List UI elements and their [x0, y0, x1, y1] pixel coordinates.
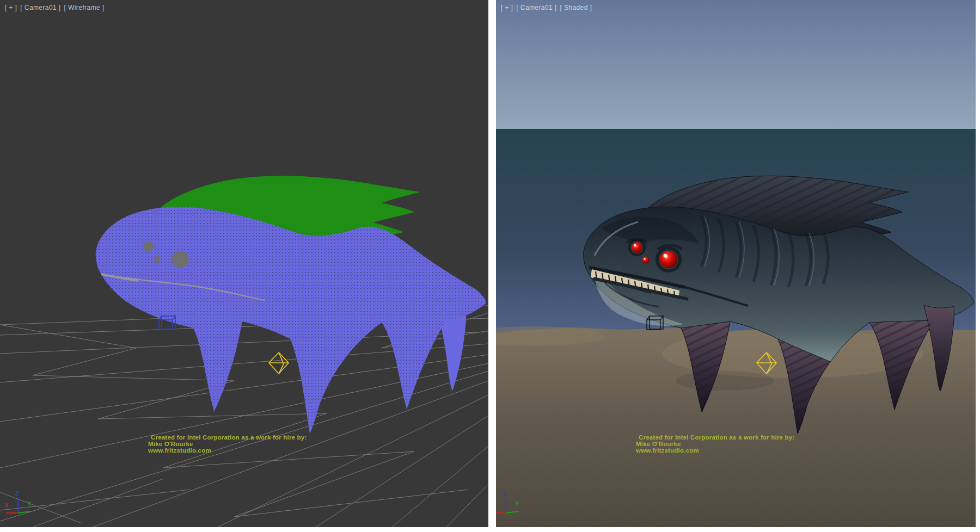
credit-text: Created for Intel Corporation as a work … [148, 434, 307, 454]
svg-text:Mike O'Rourke: Mike O'Rourke [148, 441, 193, 447]
shaded-scene-svg: Created for Intel Corporation as a work … [496, 0, 976, 527]
viewport-camera-button[interactable]: [ Camera01 ] [516, 4, 556, 11]
viewport-menu-button[interactable]: [ + ] [5, 4, 17, 11]
viewport-divider[interactable] [488, 0, 496, 527]
viewport-left-wireframe[interactable]: Created for Intel Corporation as a work … [0, 0, 488, 527]
viewport-menu-button[interactable]: [ + ] [501, 4, 513, 11]
wireframe-scene-svg: Created for Intel Corporation as a work … [0, 0, 488, 527]
viewport-label-left: [ + ] [ Camera01 ] [ Wireframe ] [5, 4, 104, 11]
viewport-camera-button[interactable]: [ Camera01 ] [20, 4, 60, 11]
bone-diamond-helper[interactable] [269, 352, 289, 374]
svg-text:www.fritzstudio.com: www.fritzstudio.com [148, 447, 211, 454]
svg-text:Created for Intel Corporation: Created for Intel Corporation as a work … [639, 434, 794, 441]
axis-z-label: Z [15, 490, 19, 497]
fish-model-wireframe[interactable] [96, 176, 486, 434]
viewport-shading-button[interactable]: [ Wireframe ] [64, 4, 105, 11]
axis-y-label: Y [27, 500, 32, 507]
svg-text:Mike O'Rourke: Mike O'Rourke [636, 441, 681, 447]
axis-x-label: X [4, 502, 9, 509]
svg-text:www.fritzstudio.com: www.fritzstudio.com [635, 447, 699, 454]
sky-upper [496, 0, 976, 129]
svg-text:Created for Intel Corporation: Created for Intel Corporation as a work … [151, 434, 307, 441]
viewport-right-shaded[interactable]: Created for Intel Corporation as a work … [496, 0, 976, 527]
viewport-split-container: Created for Intel Corporation as a work … [0, 0, 980, 532]
viewport-label-right: [ + ] [ Camera01 ] [ Shaded ] [501, 4, 592, 11]
axis-y-label: Y [515, 500, 519, 507]
axis-z-label: Z [503, 490, 507, 497]
viewport-shading-button[interactable]: [ Shaded ] [560, 4, 592, 11]
